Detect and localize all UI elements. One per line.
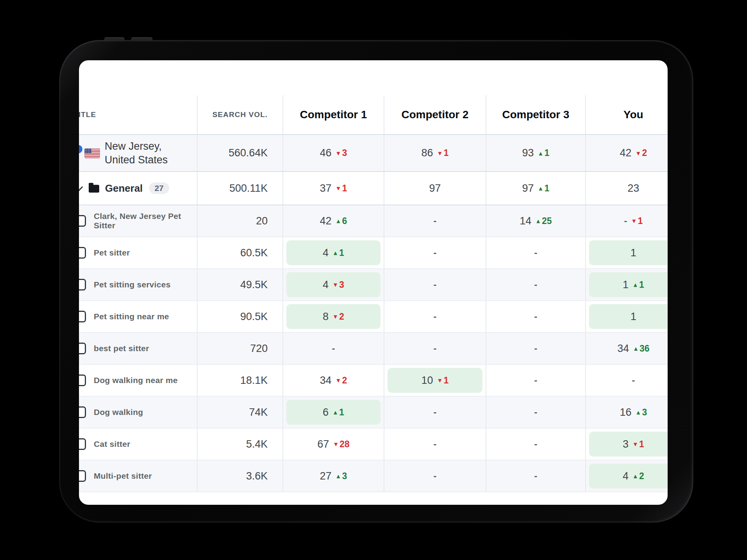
rank-change-value: 6 [342,216,347,226]
rank-box: - [489,272,582,297]
rank-cell-you: - [586,365,668,396]
row-title-cell: Pet sitting services [79,269,198,300]
folder-title: General [105,182,143,194]
table-header-row: TITLE SEARCH VOL. Competitor 1 Competito… [79,95,668,135]
row-checkbox[interactable] [79,343,86,354]
row-checkbox[interactable] [79,406,86,418]
rank-change-value: 1 [638,216,643,226]
rank-change-value: 2 [639,471,644,481]
table-row-keyword[interactable]: Multi-pet sitter3.6K27▴3--4▴2 [79,460,668,492]
row-checkbox[interactable] [79,311,86,322]
rank-down-icon: ▾ [438,150,442,157]
table-row-keyword[interactable]: best pet sitter720---34▴36 [79,333,668,365]
search-volume-cell: 90.5K [198,301,283,332]
rank-cell-competitor3: - [486,269,586,300]
rank-cell-you: 1 [586,237,668,268]
search-volume-value: 74K [249,406,268,418]
rank-cell-you: 3▾1 [586,429,668,460]
rank-box: 14▴25 [489,208,582,233]
rank-highlight: 3▾1 [589,432,668,457]
row-checkbox[interactable] [79,279,86,290]
rank-box: - [489,368,582,393]
rank-cell-competitor3: - [486,237,586,268]
rank-cell-competitor3: - [486,429,586,460]
rank-cell-you: -▾1 [586,205,668,236]
row-title-cell: Dog walking [79,397,198,428]
search-volume-value: 560.64K [228,147,268,159]
row-checkbox[interactable] [79,215,86,227]
rank-cell-competitor1: 4▾3 [283,269,384,300]
rank-box: 42▴6 [286,208,381,233]
keyword-title: Clark, New Jersey Pet Sitter [94,212,197,230]
table-row-keyword[interactable]: Dog walking near me18.1K34▾210▾1-- [79,365,668,397]
rank-box: - [388,208,482,233]
rank-value: 67 [317,438,329,450]
rank-box: - [489,304,582,329]
rank-change: ▾1 [632,216,643,226]
rank-up-icon: ▴ [634,281,637,288]
rank-value: 86 [421,147,433,159]
search-volume-cell: 18.1K [198,365,283,396]
rank-change: ▴36 [634,343,650,354]
rank-box: 42▾2 [589,138,668,168]
rank-box: - [589,368,668,393]
rank-value: - [534,311,537,322]
row-checkbox[interactable] [79,374,86,386]
rank-cell-competitor3: - [486,301,586,332]
table-row-keyword[interactable]: Clark, New Jersey Pet Sitter2042▴6-14▴25… [79,205,668,237]
row-checkbox[interactable] [79,470,86,482]
row-checkbox[interactable] [79,247,86,259]
search-volume-value: 60.5K [240,247,268,259]
rank-change: ▾3 [337,148,347,158]
column-header-competitor2[interactable]: Competitor 2 [384,95,486,134]
rank-value: 37 [320,182,331,194]
column-header-label: TITLE [79,110,96,119]
rank-box: 16▴3 [589,400,668,425]
table-row-keyword[interactable]: Pet sitting services49.5K4▾3--1▴1 [79,269,668,301]
rank-down-icon: ▾ [632,217,636,224]
rank-cell-competitor2: - [384,269,486,300]
rank-highlight: 10▾1 [388,368,482,393]
column-header-label: Competitor 1 [300,108,367,121]
rank-value: - [433,407,437,418]
column-header-competitor3[interactable]: Competitor 3 [486,95,586,134]
rank-cell-competitor1: 67▾28 [283,429,384,460]
table-row-folder[interactable]: General27500.11K37▾19797▴123 [79,172,668,205]
rank-value: - [534,279,537,290]
search-volume-value: 18.1K [240,374,268,387]
chevron-down-icon[interactable] [79,183,83,192]
column-header-you[interactable]: You [586,95,668,134]
column-header-search-vol[interactable]: SEARCH VOL. [198,95,283,134]
table-row-keyword[interactable]: Pet sitter60.5K4▴1--1 [79,237,668,269]
rank-up-icon: ▴ [337,472,340,480]
keyword-title: Cat sitter [94,439,130,449]
column-header-competitor1[interactable]: Competitor 1 [283,95,384,134]
rank-down-icon: ▾ [438,377,442,384]
rank-value: 14 [520,215,531,227]
table-row-keyword[interactable]: Dog walking74K6▴1--16▴3 [79,397,668,429]
table-row-keyword[interactable]: Pet sitting near me90.5K8▾2--1 [79,301,668,333]
rank-value: 4 [323,247,329,259]
rank-change: ▴1 [334,407,344,418]
rank-up-icon: ▴ [537,217,540,224]
rank-value: 4 [323,279,329,291]
column-header-title[interactable]: TITLE [79,95,198,134]
rank-cell-competitor3: 93▴1 [486,135,586,171]
row-title-cell: Multi-pet sitter [79,460,198,492]
row-title-cell: New Jersey, United States [79,135,198,171]
search-volume-cell: 74K [198,397,283,428]
table-row-keyword[interactable]: Cat sitter5.4K67▾28--3▾1 [79,429,668,460]
table-row-location[interactable]: New Jersey, United States560.64K46▾386▾1… [79,135,668,172]
row-checkbox[interactable] [79,438,86,450]
rank-cell-you: 23 [586,172,668,205]
rank-down-icon: ▾ [337,150,340,157]
rank-change-value: 2 [642,148,647,158]
rank-change: ▴25 [537,216,552,226]
rank-up-icon: ▴ [539,150,542,157]
search-volume-value: 90.5K [240,311,268,323]
rank-value: 8 [323,311,329,323]
row-title-cell: Clark, New Jersey Pet Sitter [79,205,198,236]
search-volume-cell: 3.6K [198,460,283,492]
rank-box: 97▴1 [489,175,582,201]
search-volume-cell: 5.4K [198,429,283,460]
